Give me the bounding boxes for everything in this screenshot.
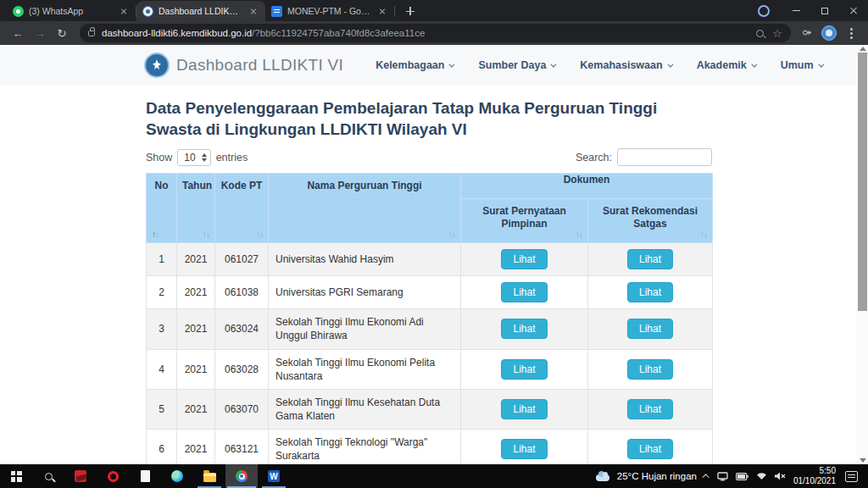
lihat-surat-rekomendasi-button[interactable]: Lihat — [627, 359, 673, 380]
column-header-no[interactable]: No ↑↓ — [147, 174, 177, 243]
column-header-surat-rekomendasi[interactable]: Surat Rekomendasi Satgas ↑↓ — [588, 199, 713, 243]
sort-icon[interactable]: ↑↓ — [466, 230, 582, 239]
tab-search-icon[interactable] — [758, 5, 770, 17]
column-header-tahun[interactable]: Tahun ↑↓ — [177, 174, 215, 243]
table-row: 4 2021 063028 Sekolah Tinggi Ilmu Ekonom… — [147, 349, 713, 389]
cell-no: 4 — [147, 349, 177, 389]
taskbar-word-button[interactable]: W — [258, 464, 290, 488]
start-button[interactable] — [0, 464, 32, 488]
taskbar-chrome-button[interactable] — [225, 464, 258, 488]
edge-icon — [171, 470, 183, 482]
cell-surat-rekomendasi: Lihat — [588, 430, 713, 464]
tab-title: (3) WhatsApp — [29, 6, 113, 16]
cell-kode-pt: 061038 — [215, 276, 269, 309]
search-icon[interactable] — [756, 30, 764, 37]
google-docs-icon — [271, 6, 282, 17]
main-nav: Kelembagaan Sumber Daya Kemahasiswaan Ak… — [376, 59, 821, 71]
bookmark-star-icon[interactable]: ☆ — [772, 28, 782, 39]
sort-icon[interactable]: ↑↓ — [274, 230, 455, 239]
kemdikbud-logo-icon — [144, 53, 170, 78]
close-button[interactable] — [839, 0, 868, 21]
table-row: 1 2021 061027 Universitas Wahid Hasyim L… — [147, 243, 713, 276]
sort-icon[interactable]: ↑↓ — [182, 230, 209, 239]
battery-icon[interactable] — [736, 473, 748, 480]
volume-muted-icon[interactable] — [775, 472, 786, 480]
taskbar-edge-button[interactable] — [161, 464, 193, 488]
tab-whatsapp[interactable]: (3) WhatsApp — [7, 1, 136, 21]
page-size-select[interactable]: 10 — [177, 149, 210, 166]
search-input[interactable] — [617, 148, 712, 166]
column-header-kode-pt[interactable]: Kode PT ↑↓ — [215, 174, 269, 243]
cell-surat-pernyataan: Lihat — [461, 243, 588, 276]
extensions-icon[interactable]: ⚩ — [803, 27, 811, 39]
column-header-surat-pernyataan[interactable]: Surat Pernyataan Pimpinan ↑↓ — [461, 199, 588, 243]
scroll-down-icon[interactable] — [860, 458, 866, 463]
brand-home-link[interactable]: Dashboard LLDIKTI VI — [144, 53, 343, 78]
tab-close-icon[interactable] — [118, 5, 130, 17]
lihat-surat-pernyataan-button[interactable]: Lihat — [501, 319, 547, 339]
browser-tabstrip: (3) WhatsApp Dashboard LLDIKTI VI MONEV-… — [0, 0, 868, 21]
onedrive-icon[interactable] — [717, 472, 728, 481]
taskbar-media-app-button[interactable] — [64, 464, 97, 488]
lihat-surat-pernyataan-button[interactable]: Lihat — [501, 249, 547, 269]
cell-kode-pt: 063024 — [215, 309, 269, 349]
address-bar[interactable]: dashboard-lldikti6.kemdikbud.go.id /?bb6… — [80, 24, 791, 42]
lihat-surat-rekomendasi-button[interactable]: Lihat — [627, 282, 673, 302]
page-scrollbar[interactable] — [856, 45, 868, 464]
taskbar-search-button[interactable] — [32, 464, 64, 488]
column-header-nama-pt[interactable]: Nama Perguruan Tinggi ↑↓ — [269, 174, 461, 243]
whatsapp-icon — [13, 6, 24, 17]
nav-item-sumber-daya[interactable]: Sumber Daya — [478, 59, 554, 71]
browser-menu-icon[interactable] — [843, 25, 860, 42]
lihat-surat-pernyataan-button[interactable]: Lihat — [501, 399, 547, 419]
lihat-surat-pernyataan-button[interactable]: Lihat — [501, 439, 547, 459]
nav-item-akademik[interactable]: Akademik — [697, 59, 755, 71]
notepad-icon — [141, 470, 150, 482]
sort-icon[interactable]: ↑↓ — [152, 230, 171, 239]
nav-item-umum[interactable]: Umum — [781, 59, 822, 71]
tab-google-docs[interactable]: MONEV-PTM - Google Dokumen — [265, 1, 394, 21]
lihat-surat-rekomendasi-button[interactable]: Lihat — [627, 439, 673, 459]
sort-icon[interactable]: ↑↓ — [593, 230, 707, 239]
reload-icon[interactable]: ↻ — [53, 27, 71, 40]
taskbar-opera-button[interactable] — [97, 464, 129, 488]
profile-avatar[interactable] — [821, 25, 837, 41]
action-center-icon[interactable] — [845, 471, 858, 482]
weather-status[interactable]: 25°C Hujan ringan — [617, 471, 697, 481]
taskbar-file-explorer-button[interactable] — [193, 464, 225, 488]
lihat-surat-rekomendasi-button[interactable]: Lihat — [627, 319, 673, 339]
cell-surat-pernyataan: Lihat — [461, 349, 588, 389]
sort-icon[interactable]: ↑↓ — [220, 230, 263, 239]
lihat-surat-rekomendasi-button[interactable]: Lihat — [627, 249, 673, 269]
nav-item-kemahasiswaan[interactable]: Kemahasiswaan — [580, 59, 670, 71]
cell-kode-pt: 063121 — [215, 430, 269, 464]
forward-icon[interactable]: → — [31, 27, 49, 40]
scroll-up-icon[interactable] — [860, 47, 866, 51]
cell-surat-rekomendasi: Lihat — [588, 349, 713, 389]
lihat-surat-pernyataan-button[interactable]: Lihat — [501, 282, 547, 302]
tab-close-icon[interactable] — [376, 5, 388, 17]
back-icon[interactable]: ← — [8, 27, 27, 40]
cell-no: 5 — [147, 389, 177, 429]
taskbar-notepad-button[interactable] — [129, 464, 161, 488]
minimize-button[interactable] — [782, 0, 810, 21]
tray-expand-icon[interactable] — [702, 474, 709, 480]
web-page: Dashboard LLDIKTI VI Kelembagaan Sumber … — [0, 45, 868, 464]
cell-surat-rekomendasi: Lihat — [588, 276, 713, 309]
maximize-button[interactable] — [810, 0, 839, 21]
taskbar-clock[interactable]: 5:50 01/10/2021 — [793, 466, 836, 487]
cell-no: 6 — [147, 430, 177, 464]
new-tab-button[interactable] — [400, 1, 420, 21]
lihat-surat-rekomendasi-button[interactable]: Lihat — [627, 399, 673, 419]
table-body: 1 2021 061027 Universitas Wahid Hasyim L… — [147, 243, 713, 464]
tab-close-icon[interactable] — [248, 5, 259, 17]
show-entries-control: Show 10 entries — [146, 149, 248, 166]
table-row: 3 2021 063024 Sekolah Tinggi Ilmu Ekonom… — [147, 309, 713, 349]
cell-nama-pt: Universitas PGRI Semarang — [269, 276, 461, 309]
nav-item-kelembagaan[interactable]: Kelembagaan — [376, 59, 453, 71]
scrollbar-thumb[interactable] — [858, 53, 867, 311]
tab-dashboard-lldikti[interactable]: Dashboard LLDIKTI VI — [136, 1, 265, 21]
cell-tahun: 2021 — [177, 430, 215, 464]
lihat-surat-pernyataan-button[interactable]: Lihat — [501, 359, 547, 380]
wifi-icon[interactable] — [756, 472, 767, 480]
